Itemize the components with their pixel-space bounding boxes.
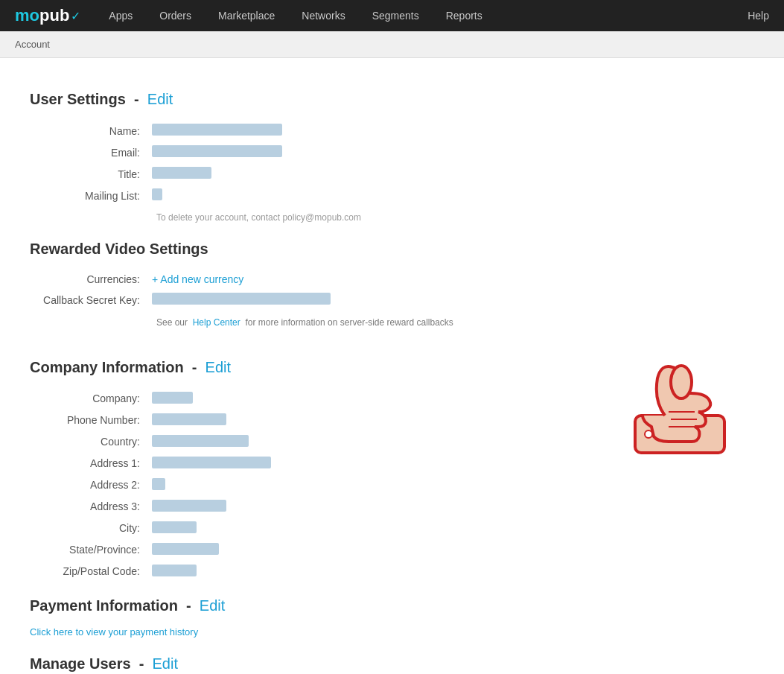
user-settings-edit-link[interactable]: Edit <box>147 91 173 107</box>
company-value-bar <box>152 392 193 404</box>
user-settings-header: User Settings - Edit <box>30 91 754 108</box>
mailing-list-value-bar <box>152 188 162 200</box>
address2-value-bar <box>152 478 165 490</box>
callback-key-label: Callback Secret Key: <box>30 289 149 311</box>
currencies-row: Currencies: + Add new currency <box>30 270 754 289</box>
company-info-form: Company: Phone Number: Country: Address … <box>30 388 605 582</box>
nav-links: Apps Orders Marketplace Networks Segment… <box>95 0 748 31</box>
navbar: mopub✓ Apps Orders Marketplace Networks … <box>0 0 784 31</box>
name-row: Name: <box>30 120 754 142</box>
brand-pub: pub <box>39 6 69 25</box>
company-form-area: Company Information - Edit Company: Phon… <box>30 341 605 588</box>
help-center-link[interactable]: Help Center <box>193 317 240 328</box>
callback-key-bar <box>152 293 331 305</box>
nav-marketplace[interactable]: Marketplace <box>205 0 288 31</box>
zip-value-bar <box>152 565 197 576</box>
title-label: Title: <box>30 163 149 185</box>
address2-label: Address 2: <box>30 474 149 496</box>
address1-value-bar <box>152 457 271 468</box>
country-row: Country: <box>30 431 605 453</box>
rewarded-video-form: Currencies: + Add new currency Callback … <box>30 270 754 311</box>
phone-row: Phone Number: <box>30 410 605 431</box>
title-row: Title: <box>30 163 754 185</box>
user-settings-title: User Settings <box>30 91 126 107</box>
zip-row: Zip/Postal Code: <box>30 561 605 582</box>
city-row: City: <box>30 518 605 539</box>
currencies-label: Currencies: <box>30 270 149 289</box>
address3-label: Address 3: <box>30 496 149 518</box>
breadcrumb-text: Account <box>15 39 50 50</box>
svg-point-2 <box>645 430 652 438</box>
nav-orders[interactable]: Orders <box>146 0 205 31</box>
company-section-wrapper: Company Information - Edit Company: Phon… <box>30 341 754 588</box>
rewarded-video-header: Rewarded Video Settings <box>30 241 754 258</box>
company-info-edit-link[interactable]: Edit <box>205 359 231 375</box>
nav-help[interactable]: Help <box>748 10 769 22</box>
callback-note-pre: See our <box>156 317 188 328</box>
address1-row: Address 1: <box>30 453 605 474</box>
payment-info-header: Payment Information - Edit <box>30 597 754 614</box>
city-label: City: <box>30 518 149 539</box>
manage-users-title: Manage Users <box>30 655 131 672</box>
address3-row: Address 3: <box>30 496 605 518</box>
company-info-title: Company Information <box>30 359 184 375</box>
callback-note-post: for more information on server-side rewa… <box>245 317 453 328</box>
name-value-bar <box>152 124 282 136</box>
company-row: Company: <box>30 388 605 410</box>
email-label: Email: <box>30 142 149 163</box>
city-value-bar <box>152 521 197 533</box>
address3-value-bar <box>152 500 226 512</box>
zip-label: Zip/Postal Code: <box>30 561 149 582</box>
nav-apps[interactable]: Apps <box>95 0 146 31</box>
address2-row: Address 2: <box>30 474 605 496</box>
brand-mo: mo <box>15 6 39 25</box>
rewarded-video-title: Rewarded Video Settings <box>30 241 208 257</box>
payment-info-title: Payment Information <box>30 597 178 614</box>
nav-reports[interactable]: Reports <box>433 0 496 31</box>
callback-key-row: Callback Secret Key: <box>30 289 754 311</box>
phone-value-bar <box>152 413 226 425</box>
breadcrumb: Account <box>0 31 784 58</box>
mailing-list-row: Mailing List: <box>30 185 754 206</box>
nav-networks[interactable]: Networks <box>288 0 358 31</box>
user-settings-form: Name: Email: Title: Mailing List: <box>30 120 754 206</box>
payment-history-link[interactable]: Click here to view your payment history <box>30 626 754 638</box>
phone-label: Phone Number: <box>30 410 149 431</box>
manage-users-edit-link[interactable]: Edit <box>153 655 178 672</box>
title-value-bar <box>152 167 211 179</box>
brand-logo[interactable]: mopub✓ <box>15 6 80 25</box>
thumbs-up-icon <box>620 356 739 460</box>
country-label: Country: <box>30 431 149 453</box>
state-value-bar <box>152 543 219 555</box>
delete-note: To delete your account, contact policy@m… <box>156 212 754 223</box>
nav-segments[interactable]: Segments <box>359 0 433 31</box>
callback-note: See our Help Center for more information… <box>156 317 754 329</box>
email-value-bar <box>152 145 282 157</box>
svg-point-1 <box>671 366 692 398</box>
brand-checkmark: ✓ <box>71 9 80 23</box>
address1-label: Address 1: <box>30 453 149 474</box>
company-info-header: Company Information - Edit <box>30 359 605 376</box>
country-value-bar <box>152 435 249 447</box>
main-content: User Settings - Edit Name: Email: Title:… <box>0 58 784 674</box>
email-row: Email: <box>30 142 754 163</box>
state-label: State/Province: <box>30 539 149 561</box>
manage-users-header: Manage Users - Edit <box>30 655 754 673</box>
payment-info-edit-link[interactable]: Edit <box>200 597 225 614</box>
mailing-list-label: Mailing List: <box>30 185 149 206</box>
state-row: State/Province: <box>30 539 605 561</box>
thumbs-up-area <box>605 356 754 460</box>
company-label: Company: <box>30 388 149 410</box>
name-label: Name: <box>30 120 149 142</box>
add-currency-link[interactable]: + Add new currency <box>152 273 243 285</box>
